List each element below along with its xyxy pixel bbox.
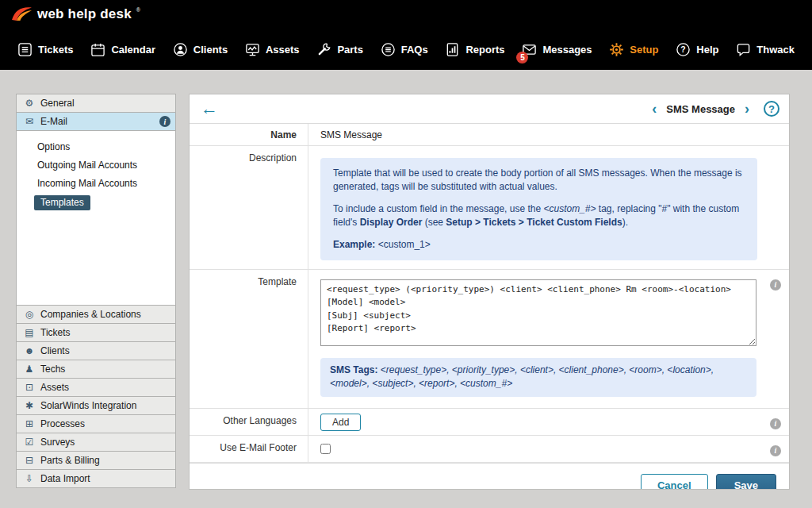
messages-badge: 5 [516, 52, 528, 64]
sidebar-subitem-incoming-mail-accounts[interactable]: Incoming Mail Accounts [17, 175, 175, 193]
logo[interactable]: web help desk ® [11, 4, 140, 25]
other-languages-row: Other Languages Add i [190, 409, 789, 436]
sidebar-item-label: Processes [40, 418, 85, 429]
description-paragraph-2: To include a custom field in the message… [333, 202, 745, 230]
name-row: Name SMS Message [190, 124, 789, 146]
sidebar-item-email[interactable]: ✉ E-Mail i [16, 112, 176, 131]
email-info-icon[interactable]: i [159, 116, 170, 127]
location-pin-icon: ◎ [23, 310, 36, 319]
other-languages-info-icon[interactable]: i [770, 418, 781, 429]
sidebar-item-label: Assets [40, 382, 69, 393]
sidebar-item-assets[interactable]: ⊡ Assets [16, 378, 176, 397]
reports-icon [445, 42, 460, 57]
subitem-label: Options [37, 141, 70, 152]
import-arrow-icon: ⇩ [23, 474, 36, 483]
nav-label: Assets [266, 44, 300, 56]
back-arrow-icon[interactable]: ← [201, 100, 218, 117]
panel-help-icon[interactable]: ? [764, 101, 779, 117]
nav-item-faqs[interactable]: FAQs [381, 42, 428, 57]
logo-text: web help desk [37, 6, 132, 22]
setup-gear-icon [609, 42, 624, 57]
nav-item-setup[interactable]: Setup [609, 42, 658, 57]
messages-icon: 5 [522, 42, 537, 57]
people-icon: ☻ [23, 346, 36, 356]
sidebar-item-tickets[interactable]: ▤ Tickets [16, 323, 176, 342]
save-button[interactable]: Save [716, 474, 776, 490]
action-bar: Cancel Save [190, 463, 789, 490]
template-textarea[interactable]: <request_type> (<priority_type>) <client… [320, 279, 756, 346]
tech-person-icon: ♟ [23, 364, 36, 374]
assets-icon [245, 42, 260, 57]
template-row: Template <request_type> (<priority_type>… [190, 270, 789, 409]
monitor-icon: ⊡ [23, 383, 36, 392]
process-icon: ⊞ [23, 419, 36, 429]
sidebar-item-data-import[interactable]: ⇩ Data Import [16, 469, 176, 488]
nav-label: Parts [337, 44, 363, 56]
template-pager: ‹ SMS Message › [649, 102, 753, 116]
clients-icon [173, 42, 188, 57]
sidebar-item-general[interactable]: ⚙ General [16, 94, 176, 113]
cancel-button[interactable]: Cancel [641, 474, 708, 490]
email-subsection: Options Outgoing Mail Accounts Incoming … [16, 131, 176, 306]
sidebar-item-label: Clients [40, 345, 70, 356]
nav-item-messages[interactable]: 5 Messages [522, 42, 592, 57]
sidebar-item-surveys[interactable]: ☑ Surveys [16, 433, 176, 452]
nav-item-thwack[interactable]: Thwack [736, 42, 795, 57]
subitem-label: Outgoing Mail Accounts [37, 160, 137, 171]
sidebar-item-label: Tickets [40, 327, 71, 338]
template-editor-panel: ← ‹ SMS Message › ? Name SMS Message Des… [189, 94, 790, 490]
nav-item-help[interactable]: ? Help [676, 42, 718, 57]
sidebar-item-label: Parts & Billing [40, 455, 100, 466]
sms-tags-infobox: SMS Tags: <request_type>, <priority_type… [320, 358, 756, 397]
sidebar-item-parts-billing[interactable]: ⊟ Parts & Billing [16, 451, 176, 470]
nav-item-calendar[interactable]: Calendar [90, 42, 155, 57]
ticket-icon: ▤ [23, 328, 36, 337]
nav-item-clients[interactable]: Clients [173, 42, 228, 57]
subitem-label: Incoming Mail Accounts [37, 178, 137, 189]
nav-item-parts[interactable]: Parts [316, 42, 363, 57]
parts-icon [316, 42, 331, 57]
logo-trademark: ® [136, 7, 140, 13]
sidebar-item-solarwinds-integration[interactable]: ✱ SolarWinds Integration [16, 396, 176, 415]
use-email-footer-checkbox[interactable] [320, 444, 331, 454]
sidebar-item-companies-locations[interactable]: ◎ Companies & Locations [16, 305, 176, 324]
sidebar-item-label: E-Mail [40, 116, 67, 127]
template-info-icon[interactable]: i [770, 279, 781, 291]
svg-text:?: ? [681, 45, 686, 54]
next-template-chevron-icon[interactable]: › [741, 102, 753, 116]
faqs-icon [381, 42, 396, 57]
sidebar-subitem-options[interactable]: Options [17, 138, 175, 156]
workspace: ⚙ General ✉ E-Mail i Options Outgoing Ma… [0, 70, 812, 508]
help-icon: ? [676, 42, 691, 57]
nav-item-reports[interactable]: Reports [445, 42, 504, 57]
name-label: Name [190, 124, 308, 145]
sidebar-subitem-templates[interactable]: Templates [17, 193, 175, 214]
email-footer-label: Use E-Mail Footer [190, 436, 308, 462]
nav-label: Setup [630, 44, 658, 56]
description-label: Description [190, 146, 308, 269]
description-row: Description Template that will be used t… [190, 146, 789, 270]
prev-template-chevron-icon[interactable]: ‹ [649, 102, 660, 116]
sidebar-item-label: SolarWinds Integration [40, 400, 136, 411]
add-language-button[interactable]: Add [320, 414, 361, 431]
sidebar-item-clients[interactable]: ☻ Clients [16, 341, 176, 360]
sidebar-subitem-outgoing-mail-accounts[interactable]: Outgoing Mail Accounts [17, 156, 175, 175]
nav-label: Tickets [38, 44, 74, 56]
calendar-icon [90, 42, 105, 57]
nav-label: Help [696, 44, 718, 56]
email-footer-info-icon[interactable]: i [770, 445, 781, 456]
templates-selected-badge: Templates [34, 195, 90, 210]
sidebar-item-processes[interactable]: ⊞ Processes [16, 414, 176, 433]
main-nav: Tickets Calendar Clients Assets Parts [0, 29, 812, 70]
envelope-icon: ✉ [23, 117, 36, 126]
template-label: Template [190, 270, 308, 408]
nav-item-tickets[interactable]: Tickets [17, 42, 74, 57]
thwack-icon [736, 42, 751, 57]
sidebar-item-techs[interactable]: ♟ Techs [16, 360, 176, 379]
sidebar-item-label: Data Import [40, 473, 90, 484]
description-infobox: Template that will be used to create the… [320, 158, 757, 260]
sidebar-item-label: Companies & Locations [40, 309, 141, 320]
nav-item-assets[interactable]: Assets [245, 42, 300, 57]
sidebar-item-label: Techs [40, 364, 65, 375]
billing-icon: ⊟ [23, 456, 36, 465]
